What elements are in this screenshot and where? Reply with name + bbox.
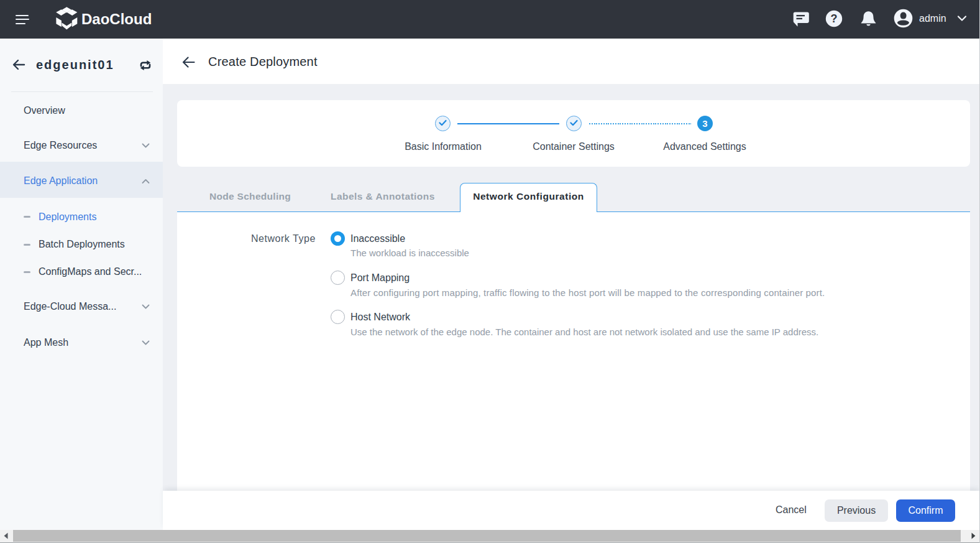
svg-text:?: ? (831, 12, 838, 25)
